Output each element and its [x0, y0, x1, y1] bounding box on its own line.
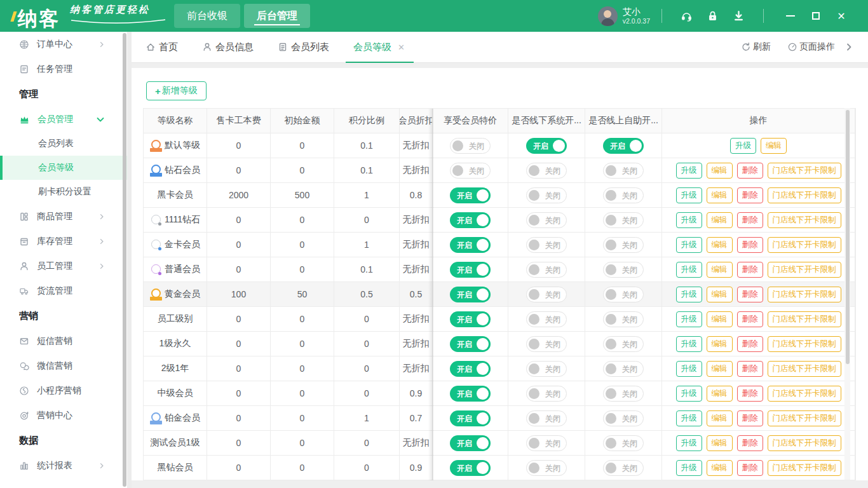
toggle-on[interactable]: 开启 — [450, 311, 491, 327]
upgrade-button[interactable]: 升级 — [676, 212, 702, 228]
headset-icon[interactable] — [681, 10, 693, 22]
sidebar-item[interactable]: 员工管理 — [0, 254, 127, 278]
limit-button[interactable]: 门店线下开卡限制 — [768, 311, 841, 327]
delete-button[interactable]: 删除 — [737, 287, 763, 302]
table-row[interactable]: 黄金会员100500.50.5开启关闭关闭升级编辑删除门店线下开卡限制 — [144, 282, 855, 307]
avatar[interactable] — [598, 6, 618, 26]
sidebar-item[interactable]: 订单中心 — [0, 32, 127, 57]
table-row[interactable]: 默认等级000.1无折扣关闭开启开启升级编辑 — [144, 133, 855, 158]
table-row[interactable]: 黑钻会员0000.9开启关闭关闭升级编辑删除门店线下开卡限制 — [144, 456, 855, 480]
toggle-off[interactable]: 关闭 — [526, 262, 567, 278]
delete-button[interactable]: 删除 — [737, 262, 763, 278]
toggle-off[interactable]: 关闭 — [603, 163, 644, 179]
toggle-off[interactable]: 关闭 — [603, 386, 644, 402]
edit-button[interactable]: 编辑 — [707, 237, 733, 253]
edit-button[interactable]: 编辑 — [707, 410, 733, 426]
edit-button[interactable]: 编辑 — [707, 361, 733, 377]
sidebar-item[interactable]: 统计报表 — [0, 453, 127, 478]
limit-button[interactable]: 门店线下开卡限制 — [768, 435, 841, 451]
toggle-off[interactable]: 关闭 — [526, 311, 567, 327]
upgrade-button[interactable]: 升级 — [676, 410, 702, 426]
upgrade-button[interactable]: 升级 — [676, 361, 702, 377]
sidebar-item[interactable]: 库存管理 — [0, 229, 127, 254]
delete-button[interactable]: 删除 — [737, 386, 763, 402]
toggle-on[interactable]: 开启 — [450, 361, 491, 377]
sidebar-item[interactable]: 货流管理 — [0, 278, 127, 303]
sidebar-item[interactable]: 短信营销 — [0, 329, 127, 353]
upgrade-button[interactable]: 升级 — [676, 311, 702, 327]
limit-button[interactable]: 门店线下开卡限制 — [768, 237, 841, 253]
tab-close-icon[interactable]: ✕ — [398, 43, 405, 52]
delete-button[interactable]: 删除 — [737, 237, 763, 253]
toggle-off[interactable]: 关闭 — [526, 361, 567, 377]
edit-button[interactable]: 编辑 — [707, 336, 733, 352]
toggle-on[interactable]: 开启 — [450, 287, 491, 302]
close-button[interactable]: ✕ — [829, 0, 854, 32]
toggle-off[interactable]: 关闭 — [603, 237, 644, 253]
table-row[interactable]: 1级永久000无折扣开启关闭关闭升级编辑删除门店线下开卡限制 — [144, 332, 855, 356]
page-tab[interactable]: 会员等级✕ — [353, 32, 405, 63]
table-row[interactable]: 金卡会员001无折扣开启关闭关闭升级编辑删除门店线下开卡限制 — [144, 233, 855, 257]
toggle-on[interactable]: 开启 — [450, 212, 491, 228]
main-nav-tab[interactable]: 后台管理 — [244, 4, 310, 28]
toggle-off[interactable]: 关闭 — [603, 187, 644, 203]
limit-button[interactable]: 门店线下开卡限制 — [768, 287, 841, 302]
toggle-off[interactable]: 关闭 — [603, 460, 644, 476]
sidebar-subitem[interactable]: 刷卡积分设置 — [0, 180, 127, 204]
upgrade-button[interactable]: 升级 — [676, 187, 702, 203]
limit-button[interactable]: 门店线下开卡限制 — [768, 212, 841, 228]
edit-button[interactable]: 编辑 — [707, 262, 733, 278]
edit-button[interactable]: 编辑 — [707, 386, 733, 402]
page-tab[interactable]: 首页 — [146, 32, 178, 63]
sidebar-subitem[interactable]: 会员等级 — [0, 156, 127, 180]
delete-button[interactable]: 删除 — [737, 311, 763, 327]
delete-button[interactable]: 删除 — [737, 435, 763, 451]
upgrade-button[interactable]: 升级 — [676, 336, 702, 352]
limit-button[interactable]: 门店线下开卡限制 — [768, 262, 841, 278]
maximize-button[interactable] — [803, 0, 829, 32]
sidebar-item[interactable]: 会员管理 — [0, 107, 127, 132]
page-operations-button[interactable]: 页面操作 — [787, 41, 835, 53]
toggle-on[interactable]: 开启 — [450, 410, 491, 426]
table-row[interactable]: 黑卡会员200050010.8开启关闭关闭升级编辑删除门店线下开卡限制 — [144, 183, 855, 208]
toggle-off[interactable]: 关闭 — [603, 336, 644, 352]
toggle-off[interactable]: 关闭 — [526, 163, 567, 179]
edit-button[interactable]: 编辑 — [707, 287, 733, 302]
toggle-on[interactable]: 开启 — [450, 237, 491, 253]
toggle-on[interactable]: 开启 — [450, 435, 491, 451]
toggle-on[interactable]: 开启 — [450, 460, 491, 476]
edit-button[interactable]: 编辑 — [707, 187, 733, 203]
toggle-off[interactable]: 关闭 — [526, 287, 567, 302]
edit-button[interactable]: 编辑 — [707, 435, 733, 451]
toggle-off[interactable]: 关闭 — [603, 361, 644, 377]
chevron-right-icon[interactable] — [844, 42, 854, 52]
table-row[interactable]: 普通会员000.1无折扣开启关闭关闭升级编辑删除门店线下开卡限制 — [144, 257, 855, 282]
limit-button[interactable]: 门店线下开卡限制 — [768, 187, 841, 203]
upgrade-button[interactable]: 升级 — [676, 435, 702, 451]
upgrade-button[interactable]: 升级 — [676, 386, 702, 402]
main-nav-tab[interactable]: 前台收银 — [174, 4, 240, 28]
delete-button[interactable]: 删除 — [737, 212, 763, 228]
minimize-button[interactable] — [778, 0, 803, 32]
delete-button[interactable]: 删除 — [737, 336, 763, 352]
toggle-on[interactable]: 开启 — [450, 386, 491, 402]
table-row[interactable]: 员工级别000无折扣开启关闭关闭升级编辑删除门店线下开卡限制 — [144, 307, 855, 332]
toggle-off[interactable]: 关闭 — [526, 460, 567, 476]
delete-button[interactable]: 删除 — [737, 410, 763, 426]
limit-button[interactable]: 门店线下开卡限制 — [768, 361, 841, 377]
page-tab[interactable]: 会员列表 — [278, 32, 329, 63]
upgrade-button[interactable]: 升级 — [676, 237, 702, 253]
toggle-on[interactable]: 开启 — [450, 262, 491, 278]
edit-button[interactable]: 编辑 — [761, 138, 787, 154]
delete-button[interactable]: 删除 — [737, 361, 763, 377]
toggle-off[interactable]: 关闭 — [450, 138, 491, 154]
limit-button[interactable]: 门店线下开卡限制 — [768, 336, 841, 352]
sidebar-item[interactable]: 小程序营销 — [0, 378, 127, 403]
toggle-off[interactable]: 关闭 — [526, 410, 567, 426]
toggle-off[interactable]: 关闭 — [526, 386, 567, 402]
toggle-off[interactable]: 关闭 — [603, 410, 644, 426]
table-row[interactable]: 中级会员0000.9开启关闭关闭升级编辑删除门店线下开卡限制 — [144, 381, 855, 406]
add-level-button[interactable]: +新增等级 — [146, 81, 207, 100]
toggle-off[interactable]: 关闭 — [526, 187, 567, 203]
table-row[interactable]: 2级1年000无折扣开启关闭关闭升级编辑删除门店线下开卡限制 — [144, 356, 855, 381]
